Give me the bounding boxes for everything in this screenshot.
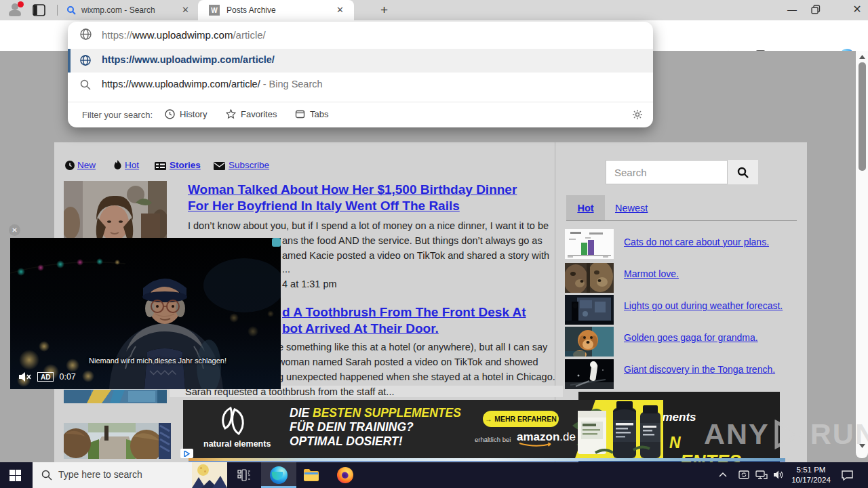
tab-title: wixmp.com - Search bbox=[81, 5, 155, 15]
article-title-link[interactable]: bot Arrived At Their Door. bbox=[282, 321, 439, 337]
scrollbar-up-icon[interactable] bbox=[859, 55, 865, 59]
brand-name: natural elements bbox=[203, 439, 271, 449]
firefox-icon[interactable] bbox=[337, 467, 353, 483]
filter-history[interactable]: History bbox=[165, 109, 207, 119]
sidebar-search-input[interactable]: Search bbox=[606, 160, 728, 184]
window-close-button[interactable]: ✕ bbox=[845, 0, 868, 20]
search-icon bbox=[80, 79, 91, 90]
tray-chevron-up-icon[interactable] bbox=[719, 472, 727, 477]
video-corner-icon[interactable] bbox=[272, 238, 281, 247]
subscribe-icon bbox=[214, 162, 225, 170]
tab-label: Hot bbox=[577, 203, 593, 214]
search-suffix: - Bing Search bbox=[260, 79, 323, 89]
dropdown-settings-gear-icon[interactable] bbox=[632, 109, 643, 120]
filter-tabs[interactable]: Tabs bbox=[295, 109, 328, 119]
suggestion-search-text: https://www.uploadwimp.com/article/ - Bi… bbox=[102, 79, 323, 89]
sidebar-tab-hot[interactable]: Hot bbox=[566, 195, 605, 220]
suggestion-url[interactable]: https://www.uploadwimp.com/article/ bbox=[68, 49, 653, 73]
article-title-link[interactable]: d A Toothbrush From The Front Desk At bbox=[282, 304, 526, 321]
star-icon bbox=[226, 109, 236, 119]
search-favicon-icon bbox=[66, 5, 76, 15]
banner-ad[interactable]: natural elements DIE BESTEN SUPPLEMENTES… bbox=[183, 400, 663, 458]
sidebar-thumb-lights[interactable] bbox=[565, 295, 614, 325]
tab-title: Posts Archive bbox=[226, 5, 276, 15]
filter-favorites[interactable]: Favorites bbox=[226, 109, 277, 119]
action-center-icon[interactable] bbox=[841, 470, 854, 481]
article-title-link[interactable]: Woman Talked About How Her $1,500 Birthd… bbox=[188, 182, 537, 214]
new-icon bbox=[65, 161, 75, 170]
nav-subscribe[interactable]: Subscribe bbox=[229, 160, 269, 170]
article-body-line: ... bbox=[282, 264, 290, 274]
sidebar-item-link[interactable]: Lights go out during weather forecast. bbox=[624, 300, 783, 311]
tab-wixmp[interactable]: wixmp.com - Search ✕ bbox=[58, 0, 197, 20]
tray-network-icon[interactable] bbox=[755, 470, 768, 480]
nav-hot[interactable]: Hot bbox=[125, 160, 139, 170]
article-body-line: woman named Sarah posted a video on TikT… bbox=[278, 357, 538, 367]
article-thumbnail[interactable] bbox=[64, 390, 167, 403]
new-tab-button[interactable]: + bbox=[380, 3, 388, 18]
search-query: https://www.uploadwimp.com/article/ bbox=[102, 79, 260, 89]
scrollbar-thumb[interactable] bbox=[859, 62, 866, 171]
tab-divider bbox=[57, 5, 58, 16]
video-caption: Niemand wird mich dieses Jahr schlagen! bbox=[89, 357, 226, 365]
article-meta: 4 at 1:31 pm bbox=[282, 279, 337, 289]
sidebar-thumb-trench[interactable] bbox=[565, 359, 614, 389]
nav-new[interactable]: New bbox=[77, 160, 96, 170]
article-body-line: amed Kacie posted a video on TikTok and … bbox=[282, 250, 549, 261]
address-input[interactable]: https://www.uploadwimp.com/article/ bbox=[102, 29, 266, 41]
url-host: www.uploadwimp.com bbox=[132, 29, 233, 41]
task-view-button[interactable] bbox=[237, 468, 252, 483]
sidebar-thumb-cats[interactable] bbox=[565, 229, 614, 259]
sidebar-search-button[interactable] bbox=[728, 160, 758, 184]
profile-avatar[interactable] bbox=[6, 2, 24, 18]
tray-time: 5:51 PM bbox=[789, 465, 833, 475]
sidebar-item-link[interactable]: Giant discovery in the Tonga trench. bbox=[624, 364, 775, 375]
sidebar-thumb-golden[interactable] bbox=[565, 327, 614, 357]
ad-badge: AD bbox=[37, 372, 54, 382]
sidebar-item-link[interactable]: Cats do not care about your plans. bbox=[624, 237, 769, 247]
filter-option-label: Favorites bbox=[241, 109, 277, 119]
video-close-button[interactable]: ✕ bbox=[9, 224, 20, 236]
sidebar-tab-newest[interactable]: Newest bbox=[615, 203, 648, 214]
site-favicon-icon: W bbox=[209, 5, 220, 16]
nav-stories[interactable]: Stories bbox=[170, 160, 201, 170]
edge-taskbar-button[interactable] bbox=[261, 462, 296, 488]
suggestion-search[interactable]: https://www.uploadwimp.com/article/ - Bi… bbox=[68, 73, 653, 97]
search-icon bbox=[737, 167, 749, 178]
article-thumbnail[interactable] bbox=[64, 423, 171, 459]
tab-posts-archive[interactable]: W Posts Archive ✕ bbox=[198, 0, 354, 20]
start-button[interactable] bbox=[9, 470, 21, 481]
window-minimize-button[interactable]: — bbox=[780, 0, 804, 20]
sidebar-item-link[interactable]: Marmot love. bbox=[624, 268, 679, 279]
sidebar-item-link[interactable]: Golden goes gaga for grandma. bbox=[624, 332, 758, 343]
filter-option-label: History bbox=[180, 109, 207, 119]
ad-headline-line2: FÜR DEIN TRAINING? bbox=[290, 420, 414, 434]
article-body-line: I don’t know about you, but if I spend a… bbox=[188, 220, 549, 231]
tray-sync-display-icon[interactable] bbox=[738, 470, 750, 481]
video-frame bbox=[10, 238, 281, 389]
video-controls: AD 0:07 bbox=[18, 371, 76, 382]
video-ad-overlay[interactable]: Niemand wird mich dieses Jahr schlagen! … bbox=[10, 238, 281, 389]
workspaces-icon[interactable] bbox=[33, 4, 45, 16]
search-icon bbox=[41, 470, 52, 481]
muted-speaker-icon[interactable] bbox=[18, 371, 32, 382]
screen: { "browser": { "tabs": [ {"title": "wixm… bbox=[0, 0, 868, 488]
tray-volume-icon[interactable] bbox=[773, 470, 785, 480]
taskbar-search-box[interactable]: Type here to search bbox=[33, 462, 227, 488]
tab-close-icon[interactable]: ✕ bbox=[182, 5, 189, 15]
tab-strip: wixmp.com - Search ✕ W Posts Archive ✕ +… bbox=[0, 0, 868, 20]
history-icon bbox=[165, 109, 175, 119]
amazon-smile-icon bbox=[518, 442, 557, 447]
cta-button[interactable]: → MEHR ERFAHREN bbox=[483, 411, 559, 427]
search-highlight-image[interactable] bbox=[192, 462, 227, 488]
anyrun-watermark: ANY RUN bbox=[704, 418, 868, 451]
suggestion-url-text: https://www.uploadwimp.com/article/ bbox=[102, 54, 275, 65]
tab-close-icon[interactable]: ✕ bbox=[336, 5, 344, 15]
clock[interactable]: 5:51 PM 10/17/2024 bbox=[789, 465, 833, 485]
adchoices-icon[interactable] bbox=[180, 449, 193, 458]
avatar-body bbox=[9, 10, 21, 16]
window-restore-button[interactable] bbox=[811, 5, 821, 14]
sidebar-thumb-marmot[interactable] bbox=[565, 263, 614, 293]
tabs-icon bbox=[295, 109, 305, 119]
file-explorer-icon[interactable] bbox=[303, 468, 319, 482]
